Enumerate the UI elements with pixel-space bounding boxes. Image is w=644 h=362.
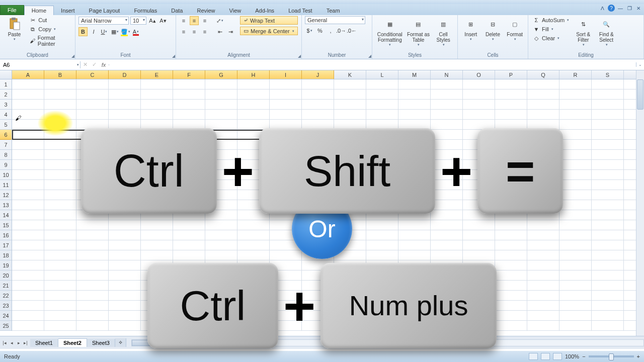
font-name-combo[interactable]: Arial Narrow: [78, 17, 129, 25]
align-middle-icon[interactable]: ≡: [190, 16, 199, 25]
tab-insert[interactable]: Insert: [54, 6, 82, 15]
row-header[interactable]: 11: [0, 180, 12, 190]
column-header[interactable]: F: [173, 70, 205, 79]
copy-button[interactable]: ⧉Copy▾: [28, 25, 72, 33]
clipboard-launcher-icon[interactable]: ◢: [71, 54, 74, 58]
horizontal-scrollbar[interactable]: [131, 339, 644, 346]
align-bottom-icon[interactable]: ≡: [200, 16, 209, 25]
italic-button[interactable]: I: [89, 27, 98, 36]
row-header[interactable]: 4: [0, 110, 12, 120]
number-format-combo[interactable]: General: [305, 16, 365, 24]
window-minimize-icon[interactable]: ―: [617, 5, 624, 12]
column-header[interactable]: A: [12, 70, 44, 79]
comma-format-icon[interactable]: ,: [326, 26, 335, 35]
font-color-button[interactable]: A▾: [131, 27, 140, 36]
row-header[interactable]: 6: [0, 130, 12, 140]
clear-button[interactable]: ◇Clear▾: [531, 34, 571, 42]
row-header[interactable]: 14: [0, 210, 12, 220]
column-header[interactable]: L: [366, 70, 398, 79]
tab-loadtest[interactable]: Load Test: [281, 6, 319, 15]
row-header[interactable]: 10: [0, 170, 12, 180]
column-header[interactable]: R: [559, 70, 592, 79]
row-header[interactable]: 15: [0, 220, 12, 230]
format-painter-button[interactable]: 🖌Format Painter: [28, 34, 72, 47]
expand-formula-icon[interactable]: ⌄: [636, 62, 644, 67]
row-header[interactable]: 12: [0, 190, 12, 200]
window-close-icon[interactable]: ✕: [635, 5, 642, 12]
conditional-formatting-button[interactable]: ▦Conditional Formatting▾: [375, 16, 405, 47]
bold-button[interactable]: B: [78, 27, 88, 36]
alignment-launcher-icon[interactable]: ◢: [298, 54, 301, 58]
tab-team[interactable]: Team: [319, 6, 347, 15]
paste-button[interactable]: Paste▾: [3, 16, 26, 41]
row-header[interactable]: 1: [0, 79, 12, 89]
row-header[interactable]: 24: [0, 311, 12, 321]
tab-home[interactable]: Home: [24, 6, 54, 15]
fx-icon[interactable]: fx: [99, 62, 109, 68]
zoom-in-icon[interactable]: +: [637, 353, 640, 359]
cell-styles-button[interactable]: ▥Cell Styles▾: [432, 16, 454, 47]
tab-data[interactable]: Data: [164, 6, 190, 15]
row-header[interactable]: 20: [0, 270, 12, 281]
align-right-icon[interactable]: ≡: [200, 27, 209, 36]
view-layout-icon[interactable]: [541, 353, 550, 360]
zoom-level-label[interactable]: 100%: [565, 353, 579, 359]
column-header[interactable]: O: [463, 70, 495, 79]
font-size-combo[interactable]: 10: [130, 17, 146, 25]
format-as-table-button[interactable]: ▤Format as Table▾: [407, 16, 431, 47]
border-button[interactable]: ▦▾: [110, 27, 119, 36]
orientation-icon[interactable]: ⤢▾: [215, 16, 224, 25]
select-all-button[interactable]: [0, 70, 12, 79]
row-header[interactable]: 23: [0, 301, 12, 311]
align-center-icon[interactable]: ≡: [190, 27, 199, 36]
column-header[interactable]: D: [109, 70, 141, 79]
align-top-icon[interactable]: ≡: [179, 16, 188, 25]
sheet-tab-2[interactable]: Sheet2: [58, 338, 87, 347]
percent-format-icon[interactable]: %: [315, 26, 325, 35]
row-header[interactable]: 22: [0, 291, 12, 301]
column-header[interactable]: I: [270, 70, 302, 79]
fill-button[interactable]: ▼Fill▾: [531, 25, 571, 33]
row-header[interactable]: 3: [0, 100, 12, 110]
zoom-out-icon[interactable]: −: [582, 353, 585, 359]
sort-filter-button[interactable]: ⇅Sort & Filter▾: [573, 16, 594, 47]
delete-cells-button[interactable]: ⊟Delete▾: [483, 16, 503, 41]
minimize-ribbon-icon[interactable]: ᐱ: [599, 5, 606, 12]
column-header[interactable]: M: [398, 70, 431, 79]
autosum-button[interactable]: ΣAutoSum▾: [531, 16, 571, 24]
column-header[interactable]: G: [205, 70, 237, 79]
view-break-icon[interactable]: [553, 353, 562, 360]
merge-center-button[interactable]: ▭Merge & Center▾: [240, 27, 298, 35]
column-header[interactable]: H: [237, 70, 270, 79]
sheet-nav[interactable]: |◂◂▸▸|: [0, 340, 30, 345]
insert-cells-button[interactable]: ⊞Insert▾: [461, 16, 481, 41]
underline-button[interactable]: U▾: [100, 27, 109, 36]
decrease-decimal-icon[interactable]: .0←: [347, 26, 356, 35]
increase-decimal-icon[interactable]: .0→: [337, 26, 346, 35]
row-header[interactable]: 21: [0, 281, 12, 291]
column-header[interactable]: Q: [527, 70, 559, 79]
window-restore-icon[interactable]: ❐: [626, 5, 633, 12]
row-header[interactable]: 9: [0, 160, 12, 170]
font-launcher-icon[interactable]: ◢: [172, 54, 175, 58]
column-header[interactable]: C: [76, 70, 109, 79]
tab-addins[interactable]: Add-Ins: [248, 6, 281, 15]
namebox-dropdown-icon[interactable]: ▾: [77, 63, 79, 67]
accounting-format-icon[interactable]: $▾: [305, 26, 314, 35]
sheet-tab-1[interactable]: Sheet1: [30, 339, 58, 347]
name-box[interactable]: A6: [1, 61, 76, 68]
tab-file[interactable]: File: [0, 5, 24, 15]
row-header[interactable]: 16: [0, 230, 12, 240]
zoom-slider[interactable]: [589, 355, 634, 357]
column-header[interactable]: S: [592, 70, 624, 79]
row-header[interactable]: 13: [0, 200, 12, 210]
view-normal-icon[interactable]: [529, 353, 538, 360]
number-launcher-icon[interactable]: ◢: [368, 54, 371, 58]
cut-button[interactable]: ✂Cut: [28, 16, 72, 24]
column-header[interactable]: J: [302, 70, 334, 79]
tab-view[interactable]: View: [222, 6, 249, 15]
decrease-indent-icon[interactable]: ⇤: [215, 27, 224, 36]
row-header[interactable]: 2: [0, 89, 12, 100]
formula-input[interactable]: [109, 64, 636, 65]
spreadsheet-grid[interactable]: ABCDEFGHIJKLMNOPQRS 12345678910111213141…: [0, 70, 644, 349]
